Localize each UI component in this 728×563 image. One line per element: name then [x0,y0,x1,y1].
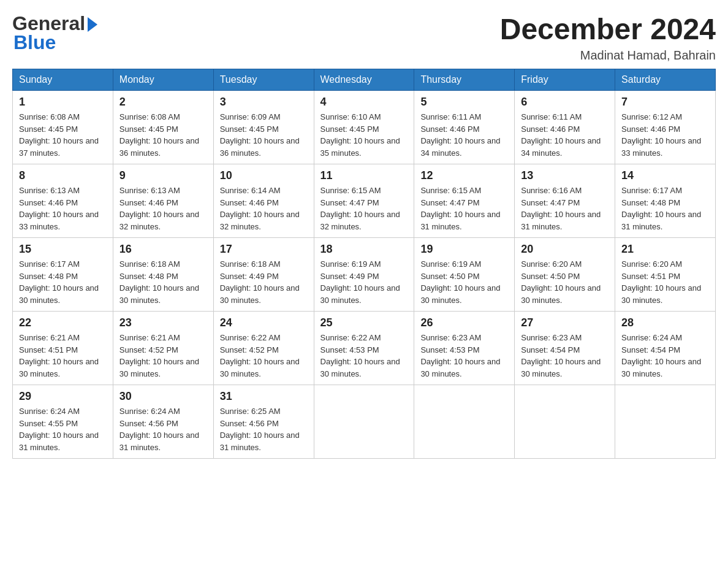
calendar-cell: 4 Sunrise: 6:10 AMSunset: 4:45 PMDayligh… [314,91,414,164]
day-info: Sunrise: 6:16 AMSunset: 4:47 PMDaylight:… [521,185,609,232]
day-info: Sunrise: 6:23 AMSunset: 4:54 PMDaylight:… [521,332,609,380]
calendar-cell: 16 Sunrise: 6:18 AMSunset: 4:48 PMDaylig… [113,238,213,312]
calendar-week-row-5: 29 Sunrise: 6:24 AMSunset: 4:55 PMDaylig… [13,385,716,459]
weekday-header-friday: Friday [515,69,615,91]
day-number: 9 [119,169,207,182]
day-number: 10 [220,169,308,182]
calendar-cell: 8 Sunrise: 6:13 AMSunset: 4:46 PMDayligh… [13,164,113,238]
calendar-cell: 5 Sunrise: 6:11 AMSunset: 4:46 PMDayligh… [414,91,515,164]
calendar-cell: 10 Sunrise: 6:14 AMSunset: 4:46 PMDaylig… [213,164,314,238]
day-number: 28 [621,316,709,329]
day-number: 6 [521,96,609,109]
calendar-cell: 15 Sunrise: 6:17 AMSunset: 4:48 PMDaylig… [13,238,113,312]
day-info: Sunrise: 6:10 AMSunset: 4:45 PMDaylight:… [320,111,408,159]
day-number: 23 [119,316,207,329]
calendar-week-row-1: 1 Sunrise: 6:08 AMSunset: 4:45 PMDayligh… [13,91,716,164]
day-info: Sunrise: 6:22 AMSunset: 4:53 PMDaylight:… [320,332,408,380]
calendar-cell [615,385,716,459]
day-info: Sunrise: 6:08 AMSunset: 4:45 PMDaylight:… [19,111,107,159]
calendar-cell: 17 Sunrise: 6:18 AMSunset: 4:49 PMDaylig… [213,238,314,312]
calendar-cell: 1 Sunrise: 6:08 AMSunset: 4:45 PMDayligh… [13,91,113,164]
weekday-header-wednesday: Wednesday [314,69,414,91]
day-info: Sunrise: 6:23 AMSunset: 4:53 PMDaylight:… [420,332,508,380]
day-number: 20 [521,243,609,256]
weekday-header-sunday: Sunday [13,69,113,91]
day-info: Sunrise: 6:24 AMSunset: 4:55 PMDaylight:… [19,405,107,453]
day-number: 27 [521,316,609,329]
weekday-header-thursday: Thursday [414,69,515,91]
day-info: Sunrise: 6:17 AMSunset: 4:48 PMDaylight:… [621,185,709,232]
day-info: Sunrise: 6:08 AMSunset: 4:45 PMDaylight:… [119,111,207,159]
day-number: 14 [621,169,709,182]
calendar-cell: 13 Sunrise: 6:16 AMSunset: 4:47 PMDaylig… [515,164,615,238]
day-number: 3 [220,96,308,109]
calendar-cell: 31 Sunrise: 6:25 AMSunset: 4:56 PMDaylig… [213,385,314,459]
day-number: 18 [320,243,408,256]
calendar-cell: 19 Sunrise: 6:19 AMSunset: 4:50 PMDaylig… [414,238,515,312]
day-info: Sunrise: 6:11 AMSunset: 4:46 PMDaylight:… [521,111,609,159]
day-info: Sunrise: 6:18 AMSunset: 4:48 PMDaylight:… [119,258,207,306]
calendar-cell [314,385,414,459]
month-year-title: December 2024 [500,12,716,46]
day-info: Sunrise: 6:13 AMSunset: 4:46 PMDaylight:… [19,185,107,232]
day-info: Sunrise: 6:12 AMSunset: 4:46 PMDaylight:… [621,111,709,159]
calendar-cell: 28 Sunrise: 6:24 AMSunset: 4:54 PMDaylig… [615,312,716,385]
logo-blue-text: Blue [13,31,56,54]
day-info: Sunrise: 6:24 AMSunset: 4:56 PMDaylight:… [119,405,207,453]
day-info: Sunrise: 6:14 AMSunset: 4:46 PMDaylight:… [220,185,308,232]
page-header: General Blue December 2024 Madinat Hamad… [12,12,716,63]
day-number: 7 [621,96,709,109]
calendar-cell: 6 Sunrise: 6:11 AMSunset: 4:46 PMDayligh… [515,91,615,164]
calendar-cell [515,385,615,459]
title-area: December 2024 Madinat Hamad, Bahrain [500,12,716,63]
day-number: 11 [320,169,408,182]
day-info: Sunrise: 6:18 AMSunset: 4:49 PMDaylight:… [220,258,308,306]
day-info: Sunrise: 6:22 AMSunset: 4:52 PMDaylight:… [220,332,308,380]
day-number: 12 [420,169,508,182]
day-info: Sunrise: 6:19 AMSunset: 4:50 PMDaylight:… [420,258,508,306]
day-number: 1 [19,96,107,109]
day-number: 8 [19,169,107,182]
calendar-cell: 7 Sunrise: 6:12 AMSunset: 4:46 PMDayligh… [615,91,716,164]
calendar-cell: 20 Sunrise: 6:20 AMSunset: 4:50 PMDaylig… [515,238,615,312]
calendar-cell [414,385,515,459]
location-subtitle: Madinat Hamad, Bahrain [500,48,716,63]
day-number: 17 [220,243,308,256]
day-number: 5 [420,96,508,109]
calendar-cell: 25 Sunrise: 6:22 AMSunset: 4:53 PMDaylig… [314,312,414,385]
day-info: Sunrise: 6:17 AMSunset: 4:48 PMDaylight:… [19,258,107,306]
day-number: 26 [420,316,508,329]
calendar-cell: 22 Sunrise: 6:21 AMSunset: 4:51 PMDaylig… [13,312,113,385]
calendar-cell: 23 Sunrise: 6:21 AMSunset: 4:52 PMDaylig… [113,312,213,385]
day-info: Sunrise: 6:21 AMSunset: 4:52 PMDaylight:… [119,332,207,380]
weekday-header-saturday: Saturday [615,69,716,91]
calendar-cell: 24 Sunrise: 6:22 AMSunset: 4:52 PMDaylig… [213,312,314,385]
logo-triangle-icon [88,17,97,32]
calendar-cell: 12 Sunrise: 6:15 AMSunset: 4:47 PMDaylig… [414,164,515,238]
day-info: Sunrise: 6:15 AMSunset: 4:47 PMDaylight:… [320,185,408,232]
day-number: 15 [19,243,107,256]
day-info: Sunrise: 6:24 AMSunset: 4:54 PMDaylight:… [621,332,709,380]
calendar-cell: 30 Sunrise: 6:24 AMSunset: 4:56 PMDaylig… [113,385,213,459]
calendar-cell: 26 Sunrise: 6:23 AMSunset: 4:53 PMDaylig… [414,312,515,385]
day-number: 21 [621,243,709,256]
calendar-cell: 18 Sunrise: 6:19 AMSunset: 4:49 PMDaylig… [314,238,414,312]
logo: General Blue [12,12,97,54]
calendar-cell: 11 Sunrise: 6:15 AMSunset: 4:47 PMDaylig… [314,164,414,238]
calendar-week-row-4: 22 Sunrise: 6:21 AMSunset: 4:51 PMDaylig… [13,312,716,385]
day-number: 19 [420,243,508,256]
day-number: 13 [521,169,609,182]
calendar-week-row-2: 8 Sunrise: 6:13 AMSunset: 4:46 PMDayligh… [13,164,716,238]
day-info: Sunrise: 6:19 AMSunset: 4:49 PMDaylight:… [320,258,408,306]
day-info: Sunrise: 6:21 AMSunset: 4:51 PMDaylight:… [19,332,107,380]
day-info: Sunrise: 6:20 AMSunset: 4:51 PMDaylight:… [621,258,709,306]
calendar-week-row-3: 15 Sunrise: 6:17 AMSunset: 4:48 PMDaylig… [13,238,716,312]
day-number: 31 [220,390,308,403]
weekday-header-tuesday: Tuesday [213,69,314,91]
day-number: 25 [320,316,408,329]
day-info: Sunrise: 6:15 AMSunset: 4:47 PMDaylight:… [420,185,508,232]
calendar-header-row: SundayMondayTuesdayWednesdayThursdayFrid… [13,69,716,91]
day-number: 16 [119,243,207,256]
day-info: Sunrise: 6:09 AMSunset: 4:45 PMDaylight:… [220,111,308,159]
calendar-cell: 3 Sunrise: 6:09 AMSunset: 4:45 PMDayligh… [213,91,314,164]
